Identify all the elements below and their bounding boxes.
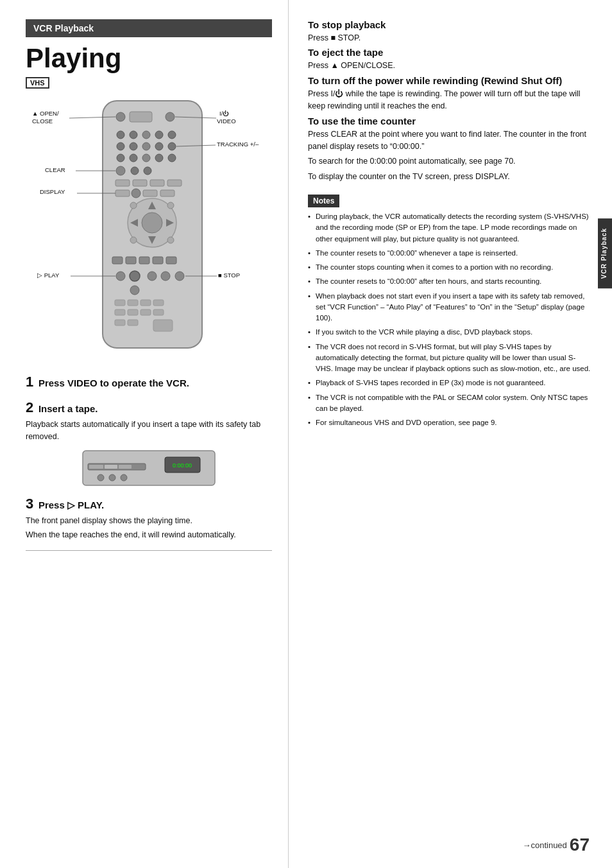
svg-rect-2 <box>130 112 152 122</box>
svg-point-15 <box>130 154 137 162</box>
step-1: 1 Press VIDEO to operate the VCR. <box>26 374 272 390</box>
svg-point-48 <box>161 272 170 281</box>
eject-tape-body: Press ▲ OPEN/CLOSE. <box>308 60 593 72</box>
svg-point-11 <box>142 143 150 150</box>
footer: →continued 67 <box>522 835 590 855</box>
vhs-badge: VHS <box>26 77 49 89</box>
svg-point-87 <box>121 474 127 481</box>
svg-rect-54 <box>153 300 164 306</box>
section-eject-tape: To eject the tape Press ▲ OPEN/CLOSE. <box>308 47 593 72</box>
svg-rect-26 <box>115 190 130 196</box>
svg-point-13 <box>168 143 176 150</box>
step-2-number: 2 <box>26 399 33 415</box>
svg-text:TRACKING +/–: TRACKING +/– <box>217 141 259 148</box>
svg-rect-57 <box>140 309 151 315</box>
svg-point-4 <box>117 131 124 139</box>
svg-rect-41 <box>126 257 136 264</box>
time-counter-title: To use the time counter <box>308 116 593 126</box>
svg-point-49 <box>175 272 184 281</box>
page-number: 67 <box>570 835 590 855</box>
svg-point-3 <box>166 112 174 121</box>
svg-rect-42 <box>139 257 149 264</box>
svg-rect-40 <box>112 257 123 264</box>
svg-point-31 <box>142 213 162 233</box>
svg-point-7 <box>155 131 163 139</box>
notes-header: Notes <box>308 195 339 207</box>
svg-rect-55 <box>115 309 125 315</box>
remote-diagram: ▲ OPEN/ CLOSE I/⏻ VIDEO TRACKING +/– CLE… <box>26 98 276 367</box>
step-2: 2 Insert a tape. Playback starts automat… <box>26 399 272 487</box>
svg-point-17 <box>155 154 163 162</box>
svg-text:CLEAR: CLEAR <box>45 166 65 173</box>
svg-rect-29 <box>160 190 174 196</box>
step-1-number: 1 <box>26 374 33 390</box>
svg-point-18 <box>168 154 176 162</box>
svg-point-16 <box>142 154 150 162</box>
svg-rect-53 <box>140 300 151 306</box>
svg-rect-25 <box>167 180 182 186</box>
note-item-4: When playback does not start even if you… <box>308 291 593 324</box>
svg-text:■ STOP: ■ STOP <box>218 272 240 279</box>
note-item-8: The VCR is not compatible with the PAL o… <box>308 392 593 415</box>
notes-box: Notes During playback, the VCR automatic… <box>308 195 593 428</box>
svg-rect-43 <box>153 257 163 264</box>
note-item-1: The counter resets to “0:00:00” whenever… <box>308 248 593 259</box>
svg-text:0:00:00: 0:00:00 <box>173 462 192 469</box>
svg-point-47 <box>148 272 157 281</box>
step-3-title: Press ▷ PLAY. <box>38 499 104 510</box>
svg-rect-24 <box>150 180 164 186</box>
svg-rect-61 <box>153 320 173 331</box>
svg-point-27 <box>132 189 140 198</box>
svg-text:DISPLAY: DISPLAY <box>40 188 65 195</box>
note-item-0: During playback, the VCR automatically d… <box>308 211 593 245</box>
section-rewind-shutoff: To turn off the power while rewinding (R… <box>308 75 593 113</box>
stop-playback-body: Press ■ STOP. <box>308 32 593 44</box>
svg-point-12 <box>155 143 163 150</box>
notes-list: During playback, the VCR automatically d… <box>308 211 593 428</box>
section-header-label: VCR Playback <box>33 23 94 33</box>
rewind-shutoff-body: Press I/⏻ while the tape is rewinding. T… <box>308 88 593 113</box>
svg-rect-28 <box>143 190 157 196</box>
note-item-9: For simultaneous VHS and DVD operation, … <box>308 417 593 428</box>
svg-rect-58 <box>153 309 164 315</box>
step-1-title: Press VIDEO to operate the VCR. <box>38 378 189 388</box>
svg-point-46 <box>130 271 140 281</box>
time-counter-body3: To display the counter on the TV screen,… <box>308 171 593 183</box>
note-item-7: Playback of S-VHS tapes recorded in EP (… <box>308 378 593 388</box>
section-header: VCR Playback <box>26 19 272 37</box>
svg-point-8 <box>168 131 176 139</box>
step-2-title: Insert a tape. <box>38 403 98 414</box>
stop-playback-title: To stop playback <box>308 19 593 30</box>
svg-point-21 <box>144 167 151 175</box>
svg-text:I/⏻: I/⏻ <box>219 110 229 117</box>
svg-text:VIDEO: VIDEO <box>217 117 236 125</box>
svg-rect-82 <box>119 465 132 469</box>
time-counter-body2: To search for the 0:00:00 point automati… <box>308 155 593 168</box>
svg-point-37 <box>167 202 174 209</box>
svg-point-20 <box>131 167 139 175</box>
svg-rect-56 <box>128 309 138 315</box>
continued-text: →continued <box>522 840 566 850</box>
svg-text:CLOSE: CLOSE <box>32 117 53 125</box>
page-title: Playing <box>26 44 272 73</box>
svg-point-39 <box>167 237 174 243</box>
svg-point-14 <box>117 154 124 162</box>
section-time-counter: To use the time counter Press CLEAR at t… <box>308 116 593 184</box>
note-item-6: The VCR does not record in S-VHS format,… <box>308 342 593 375</box>
svg-point-10 <box>130 143 137 150</box>
svg-point-86 <box>109 474 115 481</box>
step-3: 3 Press ▷ PLAY. The front panel display … <box>26 496 272 542</box>
svg-rect-52 <box>128 300 138 306</box>
svg-point-38 <box>130 237 137 243</box>
section-stop-playback: To stop playback Press ■ STOP. <box>308 19 593 44</box>
svg-text:▲ OPEN/: ▲ OPEN/ <box>32 110 59 117</box>
step-3-body2: When the tape reaches the end, it will r… <box>26 529 272 541</box>
svg-rect-23 <box>133 180 147 186</box>
svg-rect-81 <box>105 465 117 469</box>
time-counter-body1: Press CLEAR at the point where you want … <box>308 128 593 153</box>
svg-point-85 <box>98 474 104 481</box>
svg-text:▷ PLAY: ▷ PLAY <box>37 272 60 279</box>
svg-point-36 <box>130 202 137 209</box>
svg-point-45 <box>116 272 125 281</box>
remote-svg: ▲ OPEN/ CLOSE I/⏻ VIDEO TRACKING +/– CLE… <box>26 98 276 367</box>
